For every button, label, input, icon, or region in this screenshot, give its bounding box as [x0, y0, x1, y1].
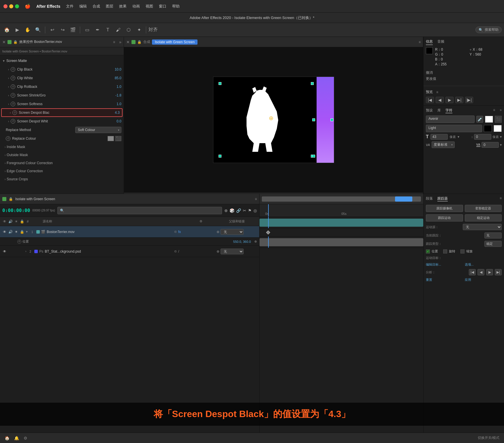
menu-compose[interactable]: 合成: [93, 4, 100, 9]
timeline-3d-icon[interactable]: 🎲: [230, 208, 234, 213]
layer-1-link-icon[interactable]: ⛭: [174, 230, 177, 234]
analyze-forward-end-icon[interactable]: ▶|: [495, 269, 502, 275]
apple-menu[interactable]: 🍎: [25, 3, 31, 9]
timeline-lock-icon[interactable]: 🔒: [9, 197, 13, 201]
timeline-split-icon[interactable]: ⊕: [224, 208, 228, 213]
screen-despot-black-value[interactable]: 4.3: [108, 111, 120, 115]
menu-window[interactable]: 窗口: [159, 4, 166, 9]
track-clip-2[interactable]: [259, 238, 423, 246]
menu-layer[interactable]: 图层: [106, 4, 113, 9]
scale-checkbox[interactable]: [460, 249, 464, 253]
keyframe-marker[interactable]: [266, 230, 270, 234]
edit-target-label[interactable]: 编辑目标...: [426, 262, 463, 267]
inside-mask-section[interactable]: › Inside Mask: [0, 143, 124, 151]
select-tool[interactable]: ▶: [13, 25, 22, 35]
timeline-menu-icon[interactable]: ≡: [255, 197, 257, 201]
layer-1-audio-icon[interactable]: 🔊: [8, 230, 13, 234]
font-color-swatch[interactable]: [485, 116, 493, 123]
analyze-back-icon[interactable]: ◀: [477, 269, 484, 275]
track-motion-button[interactable]: 跟踪运动: [426, 214, 463, 222]
panel-expand-icon[interactable]: »: [119, 40, 121, 44]
position-value[interactable]: 550.0, 360.0: [233, 240, 251, 243]
app-name[interactable]: After Effects: [36, 4, 60, 9]
foreground-colour-section[interactable]: › Foreground Colour Correction: [0, 159, 124, 167]
apply-label[interactable]: 应用: [465, 278, 502, 282]
puppet-tool[interactable]: ✦: [134, 25, 144, 35]
fullscreen-button[interactable]: [15, 4, 19, 8]
va-tracking-dropdown-icon[interactable]: ▾: [500, 143, 502, 147]
search-bar[interactable]: 🔍 搜索帮助: [475, 26, 502, 33]
panel-close-icon[interactable]: ✕: [2, 40, 6, 44]
tracking-dropdown-icon[interactable]: ▾: [500, 135, 502, 139]
motion-source-dropdown[interactable]: 无: [463, 224, 502, 230]
outside-mask-section[interactable]: › Outside Mask: [0, 151, 124, 159]
analyze-forward-icon[interactable]: ▶: [486, 269, 493, 275]
prev-back-icon[interactable]: ◀: [436, 97, 444, 103]
menu-help[interactable]: 帮助: [172, 4, 180, 9]
screen-softness-value[interactable]: 1.0: [110, 102, 121, 106]
work-area-bar[interactable]: [262, 196, 421, 202]
preview-menu-icon[interactable]: ≡: [436, 90, 438, 94]
panel-menu-icon[interactable]: ≡: [113, 40, 115, 44]
undo-button[interactable]: 撤消: [426, 70, 502, 75]
font-eyedropper-icon[interactable]: 💉: [476, 116, 483, 123]
tab-audio[interactable]: 音频: [437, 39, 444, 45]
reset-label[interactable]: 重置: [426, 278, 463, 282]
clip-rollback-row[interactable]: › ⏱ Clip Rollback 1.0: [0, 82, 124, 91]
analyze-back-end-icon[interactable]: |◀: [469, 269, 476, 275]
timeline-solo-icon[interactable]: ◎: [253, 208, 257, 213]
pen-tool[interactable]: ✒: [93, 25, 102, 35]
screen-softness-row[interactable]: › ⏱ Screen Softness 1.0: [0, 100, 124, 108]
timeline-markers-icon[interactable]: ⚑: [248, 208, 252, 213]
layer-1-vis-icon[interactable]: 👁: [2, 230, 7, 234]
status-info-icon[interactable]: 🔔: [14, 436, 19, 440]
zoom-tool[interactable]: 🔍: [33, 25, 43, 35]
undo-icon[interactable]: ↩: [48, 25, 57, 35]
menu-animation[interactable]: 动画: [132, 4, 140, 9]
screen-despot-white-row[interactable]: › ⏱ Screen Despot Whit 0.0: [0, 117, 124, 126]
handle-tr[interactable]: [311, 82, 314, 85]
prev-step-icon[interactable]: ▶|: [455, 97, 463, 103]
tab-info[interactable]: 信息: [426, 39, 433, 45]
rotation-checkbox[interactable]: [443, 249, 447, 253]
screen-shrink-row[interactable]: › ⏱ Screen Shrink/Gro -1.8: [0, 91, 124, 100]
source-crops-section[interactable]: › Source Crops: [0, 175, 124, 183]
screen-shrink-value[interactable]: -1.8: [110, 93, 121, 97]
status-settings-icon[interactable]: ⚙: [24, 436, 27, 440]
tracking-field[interactable]: 0: [474, 134, 491, 140]
eyedropper-icon[interactable]: ⬛: [115, 136, 121, 141]
brush-tool[interactable]: 🖌: [114, 25, 123, 35]
minimize-button[interactable]: [9, 4, 13, 8]
handle-mr2[interactable]: [312, 118, 315, 121]
tracker-menu-icon[interactable]: ≡: [500, 196, 502, 201]
text-tool[interactable]: T: [103, 25, 112, 35]
close-button[interactable]: [3, 4, 7, 8]
camera-tool[interactable]: 🎬: [68, 25, 78, 35]
align-icon[interactable]: 対齐: [148, 25, 158, 35]
layer-2-pen-icon[interactable]: /: [178, 249, 179, 253]
font-size-field[interactable]: 43: [430, 134, 448, 140]
tab-presets[interactable]: 预设: [426, 108, 433, 113]
handle-mr[interactable]: [330, 118, 333, 121]
menu-view[interactable]: 视图: [146, 4, 153, 9]
stamp-tool[interactable]: ⬡: [124, 25, 133, 35]
tab-character[interactable]: 字符: [445, 108, 452, 113]
layer-1-solo-icon[interactable]: ☀: [14, 230, 18, 234]
layer-2-vis-icon[interactable]: 👁: [2, 249, 7, 254]
menu-effects[interactable]: 效果: [119, 4, 127, 9]
tab-tracker[interactable]: 跟踪器: [437, 196, 448, 201]
timeline-search-input[interactable]: [57, 207, 222, 214]
hand-tool[interactable]: ✋: [23, 25, 32, 35]
status-home-icon[interactable]: 🏠: [5, 436, 10, 440]
layer-2-parent-dropdown[interactable]: 无: [221, 249, 244, 254]
handle-bl[interactable]: [219, 155, 221, 158]
timeline-sync-icon[interactable]: 🔗: [236, 208, 241, 213]
screen-despot-black-row[interactable]: › ⏱ Screen Despot Blac 4.3: [1, 108, 123, 117]
tab-library[interactable]: 库: [437, 108, 441, 113]
edge-colour-section[interactable]: › Edge Colour Correction: [0, 167, 124, 175]
comp-close-icon[interactable]: ✕: [126, 40, 130, 44]
work-area-range[interactable]: [395, 196, 412, 202]
layer-2-name[interactable]: BT_Stat...ckground.psd: [45, 249, 173, 253]
font-dropdown[interactable]: Avenir: [426, 116, 475, 123]
prev-play-icon[interactable]: ▶: [445, 97, 454, 103]
